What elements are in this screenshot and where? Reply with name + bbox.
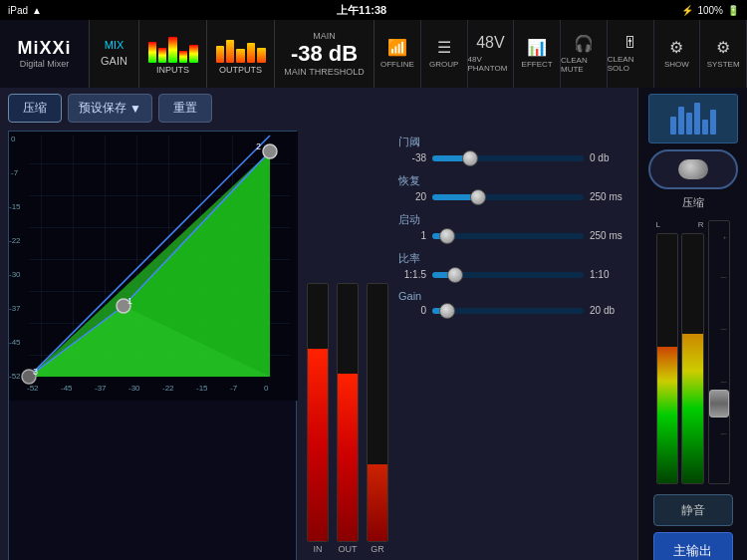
svg-text:0: 0	[11, 135, 16, 143]
svg-text:-37: -37	[9, 304, 21, 313]
status-left: iPad ▲	[8, 5, 42, 16]
gain-label: Gain	[398, 290, 629, 302]
in-meter-label: IN	[314, 544, 323, 554]
main-fader[interactable]: + — — — —	[708, 220, 730, 484]
right-compress-label: 压缩	[682, 195, 704, 210]
eq-bar-3	[686, 113, 692, 135]
in-meter-column: IN	[307, 283, 329, 554]
phantom-icon: 48V	[476, 34, 504, 52]
attack-row: 启动 1 250 ms	[398, 212, 629, 241]
out-meter-track	[337, 283, 359, 542]
svg-text:1: 1	[127, 296, 132, 306]
fader-scale-bot: —	[721, 430, 727, 436]
ratio-right-label: 1:10	[590, 269, 629, 280]
outputs-button[interactable]: OUTPUTS	[207, 20, 275, 88]
system-icon: ⚙	[716, 38, 730, 57]
threshold-row: 门阈 -38 0 db	[398, 135, 629, 163]
clean-mute-button[interactable]: 🎧 CLEAN MUTE	[561, 20, 608, 88]
attack-value: 1	[398, 230, 426, 241]
gain-slider[interactable]	[432, 308, 584, 314]
compressor-graph-svg: 3 1 2 0 -7 -15 -22 -30 -37 -45 -52	[9, 132, 298, 401]
system-button[interactable]: ⚙ SYSTEM	[700, 20, 747, 88]
fader-scale-top: +	[723, 234, 727, 240]
attack-control: 1 250 ms	[398, 230, 629, 241]
offline-icon: 📶	[387, 38, 407, 57]
mute-button[interactable]: 静音	[653, 494, 733, 526]
l-meter-fill	[657, 347, 678, 484]
svg-text:-52: -52	[27, 384, 39, 393]
recovery-slider[interactable]	[432, 194, 584, 200]
inputs-button[interactable]: INPUTS	[139, 20, 207, 88]
reset-button[interactable]: 重置	[158, 94, 212, 123]
svg-text:-15: -15	[196, 384, 208, 393]
clean-solo-icon: 🎚	[622, 34, 638, 52]
outputs-bar-1	[216, 46, 224, 63]
bluetooth-icon: ⚡	[681, 5, 693, 16]
inputs-bar-2	[158, 48, 166, 63]
out-meter-fill	[338, 374, 358, 541]
show-button[interactable]: ⚙ SHOW	[654, 20, 701, 88]
ratio-slider[interactable]	[432, 272, 584, 278]
right-fader-section: L R + — —	[648, 216, 738, 488]
group-button[interactable]: ☰ GROUP	[421, 20, 468, 88]
outputs-bar-4	[247, 43, 255, 63]
ratio-control: 1:1.5 1:10	[398, 269, 629, 280]
battery-label: 100%	[697, 5, 723, 16]
eq-bar-1	[670, 117, 676, 135]
recovery-value: 20	[398, 191, 426, 202]
offline-label: OFFLINE	[380, 60, 414, 69]
mix-gain-button[interactable]: MIX GAIN	[90, 20, 139, 88]
r-meter-fill	[682, 334, 703, 483]
svg-text:0: 0	[264, 384, 269, 393]
monitor-eq-display	[670, 103, 716, 135]
svg-text:-7: -7	[230, 384, 238, 393]
effect-button[interactable]: 📊 EFFECT	[514, 20, 561, 88]
eq-bar-2	[678, 107, 684, 135]
control-point-2	[263, 144, 277, 158]
phantom-button[interactable]: 48V 48V PHANTOM	[468, 20, 515, 88]
compress-button[interactable]: 压缩	[8, 94, 62, 123]
threshold-knob[interactable]	[462, 150, 478, 166]
show-label: SHOW	[664, 60, 689, 69]
fader-handle[interactable]	[709, 390, 729, 418]
master-out-button[interactable]: 主输出	[653, 532, 733, 560]
right-monitor	[648, 94, 738, 143]
recovery-right-label: 250 ms	[590, 191, 629, 202]
recovery-knob[interactable]	[470, 189, 486, 205]
gain-label: GAIN	[101, 54, 127, 69]
svg-text:2: 2	[256, 141, 261, 151]
params-area: 门阈 -38 0 db 恢复 20	[398, 131, 629, 560]
outputs-meter-vis	[216, 33, 266, 63]
gain-row: Gain 0 20 db	[398, 290, 629, 316]
gr-meter-fill	[368, 464, 387, 541]
inputs-label: INPUTS	[156, 65, 189, 75]
meters-area: IN OUT GR	[307, 131, 388, 560]
right-knob-area[interactable]	[648, 149, 738, 189]
main-knob[interactable]	[678, 159, 708, 179]
fader-scale-2: —	[721, 326, 727, 332]
ratio-knob[interactable]	[447, 267, 463, 283]
lr-meters: L R	[656, 220, 704, 484]
svg-text:-22: -22	[9, 236, 21, 245]
phantom-label: 48V PHANTOM	[468, 55, 514, 73]
lr-labels: L R	[656, 220, 704, 229]
svg-text:-45: -45	[61, 384, 73, 393]
attack-knob[interactable]	[439, 228, 455, 244]
clean-solo-button[interactable]: 🎚 CLEAN SOLO	[608, 20, 654, 88]
logo-title: MiXXi	[17, 38, 71, 59]
gain-knob[interactable]	[439, 303, 455, 319]
preset-button[interactable]: 预设保存 ▼	[68, 94, 152, 123]
inputs-bar-3	[168, 37, 176, 63]
preset-label: 预设保存	[79, 100, 126, 117]
recovery-label: 恢复	[398, 173, 629, 188]
out-meter-label: OUT	[339, 544, 358, 554]
gain-value: 0	[398, 305, 426, 316]
eq-bar-6	[710, 110, 716, 135]
offline-button[interactable]: 📶 OFFLINE	[374, 20, 421, 88]
compressor-graph[interactable]: 3 1 2 0 -7 -15 -22 -30 -37 -45 -52	[8, 131, 297, 560]
attack-label: 启动	[398, 212, 629, 227]
attack-slider[interactable]	[432, 233, 584, 239]
threshold-slider[interactable]	[432, 155, 584, 161]
r-meter	[681, 233, 704, 484]
top-icons: 📶 OFFLINE ☰ GROUP 48V 48V PHANTOM 📊 EFFE…	[374, 20, 747, 88]
